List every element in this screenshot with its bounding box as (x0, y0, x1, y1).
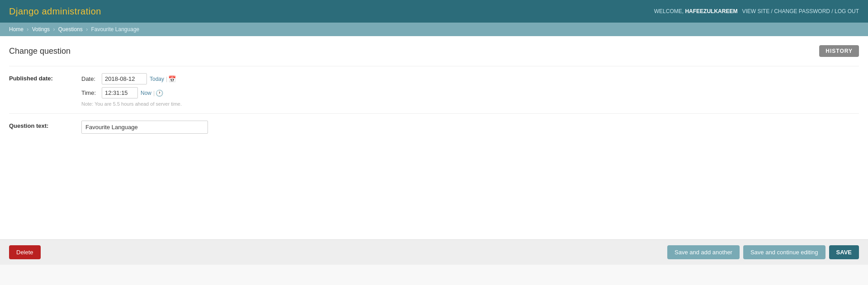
today-link[interactable]: Today (150, 76, 164, 82)
question-text-row: Question text: (9, 113, 859, 140)
page-title: Change question (9, 47, 71, 56)
breadcrumb-home[interactable]: Home (9, 26, 24, 33)
date-row: Date: Today | 📅 (81, 73, 859, 84)
username: HAFEEZULKAREEM (685, 8, 737, 14)
save-button[interactable]: SAVE (829, 245, 859, 259)
welcome-prefix: WELCOME, (654, 8, 684, 14)
question-text-input[interactable] (81, 121, 208, 134)
date-pipe: | (166, 75, 167, 82)
breadcrumb-questions[interactable]: Questions (58, 26, 83, 33)
time-pipe: | (153, 89, 155, 96)
breadcrumb-votings[interactable]: Votings (32, 26, 50, 33)
breadcrumb-sep1: › (27, 26, 30, 33)
change-password-link[interactable]: CHANGE PASSWORD (774, 8, 830, 14)
question-text-content (81, 121, 859, 134)
footer-actions: Delete Save and add another Save and con… (0, 239, 868, 265)
published-date-label: Published date: (9, 73, 81, 82)
date-label: Date: (81, 75, 99, 82)
time-label: Time: (81, 89, 99, 96)
content: Change question HISTORY Published date: … (0, 36, 868, 239)
save-continue-editing-button[interactable]: Save and continue editing (743, 245, 826, 259)
time-row: Time: Now | 🕐 (81, 87, 859, 98)
site-title: Django administration (9, 6, 101, 17)
breadcrumb-sep3: › (86, 26, 89, 33)
save-buttons: Save and add another Save and continue e… (667, 245, 859, 259)
calendar-icon[interactable]: 📅 (168, 75, 176, 83)
date-input[interactable] (102, 73, 147, 84)
server-time-note: Note: You are 5.5 hours ahead of server … (81, 101, 859, 107)
now-link[interactable]: Now (141, 90, 151, 96)
time-input[interactable] (102, 87, 138, 98)
breadcrumb-current: Favourite Language (91, 26, 139, 33)
separator2: / (831, 8, 835, 14)
delete-button[interactable]: Delete (9, 245, 41, 259)
history-button[interactable]: HISTORY (819, 45, 859, 57)
log-out-link[interactable]: LOG OUT (835, 8, 859, 14)
breadcrumb-sep2: › (53, 26, 56, 33)
save-add-another-button[interactable]: Save and add another (667, 245, 740, 259)
published-date-row: Published date: Date: Today | 📅 Time: No… (9, 66, 859, 113)
content-title: Change question HISTORY (9, 45, 859, 57)
question-text-label: Question text: (9, 121, 81, 129)
breadcrumb: Home › Votings › Questions › Favourite L… (0, 23, 868, 36)
published-date-content: Date: Today | 📅 Time: Now | 🕐 Note: You … (81, 73, 859, 107)
clock-icon[interactable]: 🕐 (156, 89, 163, 97)
view-site-link[interactable]: VIEW SITE (742, 8, 769, 14)
user-info: WELCOME, HAFEEZULKAREEM VIEW SITE / CHAN… (654, 8, 859, 14)
header: Django administration WELCOME, HAFEEZULK… (0, 0, 868, 23)
